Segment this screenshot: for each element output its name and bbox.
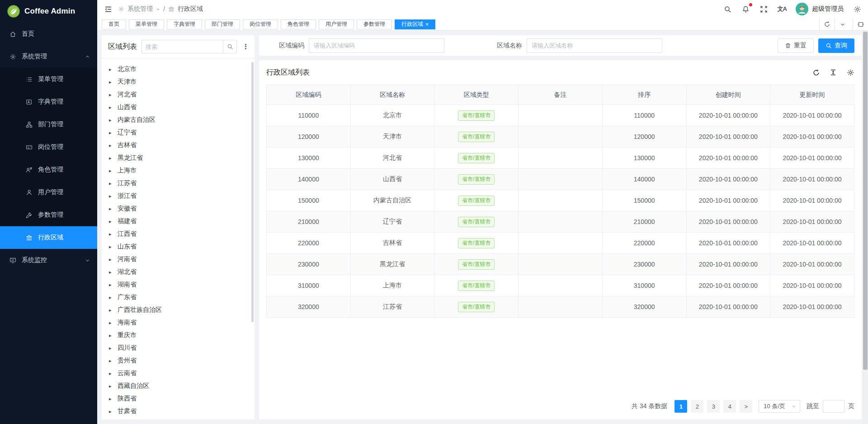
table-row[interactable]: 210000 辽宁省 省市/直辖市 210000 2020-10-01 00:0… <box>267 211 854 233</box>
tree-item[interactable]: ▸ 西藏自治区 <box>102 380 255 392</box>
tree-item[interactable]: ▸ 辽宁省 <box>102 126 255 139</box>
tree-item[interactable]: ▸ 四川省 <box>102 342 255 354</box>
region-name-input[interactable] <box>527 38 662 53</box>
table-row[interactable]: 110000 北京市 省市/直辖市 110000 2020-10-01 00:0… <box>267 105 854 126</box>
sidebar-item-system-monitor[interactable]: 系统监控 <box>0 249 97 272</box>
page-size-select[interactable]: 10 条/页 <box>759 400 800 413</box>
tree-item[interactable]: ▸ 北京市 <box>102 63 255 76</box>
caret-right-icon[interactable]: ▸ <box>109 117 113 123</box>
sidebar-item-dict-mgmt[interactable]: 字典管理 <box>0 91 97 113</box>
caret-right-icon[interactable]: ▸ <box>109 219 113 224</box>
user-menu[interactable]: 超级管理员 <box>796 3 844 15</box>
table-row[interactable]: 220000 吉林省 省市/直辖市 220000 2020-10-01 00:0… <box>267 233 854 254</box>
region-code-input[interactable] <box>309 38 444 53</box>
tree-item[interactable]: ▸ 海南省 <box>102 316 255 329</box>
page-scrollbar[interactable] <box>863 31 868 424</box>
jump-page-input[interactable] <box>823 400 844 413</box>
sidebar-item-user-mgmt[interactable]: 用户管理 <box>0 181 97 204</box>
caret-right-icon[interactable]: ▸ <box>109 168 113 174</box>
caret-right-icon[interactable]: ▸ <box>109 383 113 389</box>
tree-item[interactable]: ▸ 黑龙江省 <box>102 152 255 164</box>
caret-right-icon[interactable]: ▸ <box>109 231 113 237</box>
translate-icon[interactable]: 文A <box>778 5 787 13</box>
table-row[interactable]: 130000 河北省 省市/直辖市 130000 2020-10-01 00:0… <box>267 148 854 169</box>
maximize-icon[interactable] <box>853 18 868 30</box>
sidebar-item-param-mgmt[interactable]: 参数管理 <box>0 204 97 226</box>
page-button[interactable]: 1 <box>675 400 687 413</box>
tree-item[interactable]: ▸ 青海省 <box>102 418 255 419</box>
tab[interactable]: 岗位管理 × <box>243 19 278 29</box>
sidebar-item-role-mgmt[interactable]: 角色管理 <box>0 158 97 181</box>
tab[interactable]: 菜单管理 × <box>129 19 164 29</box>
tree-item[interactable]: ▸ 上海市 <box>102 164 255 177</box>
sidebar-item-system-mgmt[interactable]: 系统管理 <box>0 45 97 68</box>
refresh-icon[interactable] <box>819 18 835 30</box>
table-row[interactable]: 310000 上海市 省市/直辖市 310000 2020-10-01 00:0… <box>267 275 854 296</box>
sidebar-item-home[interactable]: 首页 <box>0 23 97 45</box>
caret-right-icon[interactable]: ▸ <box>109 409 113 414</box>
caret-right-icon[interactable]: ▸ <box>109 257 113 262</box>
tree-item[interactable]: ▸ 吉林省 <box>102 139 255 152</box>
tree-item[interactable]: ▸ 云南省 <box>102 367 255 380</box>
caret-right-icon[interactable]: ▸ <box>109 244 113 250</box>
table-row[interactable]: 140000 山西省 省市/直辖市 140000 2020-10-01 00:0… <box>267 169 854 190</box>
caret-right-icon[interactable]: ▸ <box>109 130 113 136</box>
menu-fold-icon[interactable] <box>104 5 113 14</box>
next-page-button[interactable]: > <box>740 400 752 413</box>
tab[interactable]: 行政区域 × <box>395 19 435 29</box>
tab[interactable]: 部门管理 × <box>205 19 240 29</box>
caret-right-icon[interactable]: ▸ <box>109 105 113 110</box>
tree-item[interactable]: ▸ 甘肃省 <box>102 405 255 418</box>
tree-scrollbar[interactable] <box>251 62 254 322</box>
caret-right-icon[interactable]: ▸ <box>109 269 113 275</box>
tree-item[interactable]: ▸ 山西省 <box>102 101 255 114</box>
sidebar-item-dept-mgmt[interactable]: 部门管理 <box>0 113 97 136</box>
table-row[interactable]: 150000 内蒙古自治区 省市/直辖市 150000 2020-10-01 0… <box>267 190 854 211</box>
search-icon[interactable] <box>223 40 236 53</box>
caret-right-icon[interactable]: ▸ <box>109 358 113 364</box>
caret-right-icon[interactable]: ▸ <box>109 143 113 148</box>
chevron-down-icon[interactable] <box>835 18 850 30</box>
caret-right-icon[interactable]: ▸ <box>109 155 113 161</box>
tree-item[interactable]: ▸ 湖南省 <box>102 278 255 291</box>
sidebar-item-post-mgmt[interactable]: 岗位管理 <box>0 136 97 158</box>
caret-right-icon[interactable]: ▸ <box>109 333 113 338</box>
tab[interactable]: 参数管理 × <box>357 19 392 29</box>
table-row[interactable]: 230000 黑龙江省 省市/直辖市 230000 2020-10-01 00:… <box>267 254 854 275</box>
tree-item[interactable]: ▸ 河南省 <box>102 253 255 266</box>
caret-right-icon[interactable]: ▸ <box>109 79 113 85</box>
page-button[interactable]: 2 <box>691 400 703 413</box>
search-icon[interactable] <box>723 5 732 14</box>
breadcrumb-group[interactable]: 系统管理 <box>127 5 153 13</box>
page-button[interactable]: 4 <box>723 400 736 413</box>
caret-right-icon[interactable]: ▸ <box>109 67 113 72</box>
caret-right-icon[interactable]: ▸ <box>109 181 113 186</box>
sidebar-item-region[interactable]: 行政区域 <box>0 226 97 249</box>
reset-button[interactable]: 重置 <box>778 38 814 53</box>
tree-item[interactable]: ▸ 湖北省 <box>102 266 255 278</box>
table-row[interactable]: 320000 江苏省 省市/直辖市 320000 2020-10-01 00:0… <box>267 296 854 318</box>
tree-item[interactable]: ▸ 浙江省 <box>102 190 255 202</box>
caret-right-icon[interactable]: ▸ <box>109 92 113 98</box>
tree-item[interactable]: ▸ 安徽省 <box>102 202 255 215</box>
density-icon[interactable] <box>829 68 837 76</box>
tree-item[interactable]: ▸ 重庆市 <box>102 329 255 342</box>
sidebar-item-menu-mgmt[interactable]: 菜单管理 <box>0 68 97 91</box>
tree-item[interactable]: ▸ 天津市 <box>102 76 255 88</box>
caret-right-icon[interactable]: ▸ <box>109 371 113 376</box>
scrollbar-thumb[interactable] <box>863 32 868 370</box>
kebab-menu-icon[interactable]: ⋮ <box>241 43 250 51</box>
tree-item[interactable]: ▸ 广西壮族自治区 <box>102 304 255 316</box>
notification-bell[interactable] <box>741 5 750 14</box>
tree-item[interactable]: ▸ 广东省 <box>102 291 255 304</box>
tree-item[interactable]: ▸ 福建省 <box>102 215 255 228</box>
tree-item[interactable]: ▸ 江苏省 <box>102 177 255 190</box>
tree-item[interactable]: ▸ 陕西省 <box>102 392 255 405</box>
tab[interactable]: 角色管理 × <box>281 19 316 29</box>
caret-right-icon[interactable]: ▸ <box>109 282 113 288</box>
caret-right-icon[interactable]: ▸ <box>109 307 113 313</box>
tab[interactable]: 首页 × <box>102 19 126 29</box>
tree-search-input[interactable] <box>142 40 223 53</box>
tab[interactable]: 用户管理 × <box>319 19 354 29</box>
page-button[interactable]: 3 <box>707 400 720 413</box>
